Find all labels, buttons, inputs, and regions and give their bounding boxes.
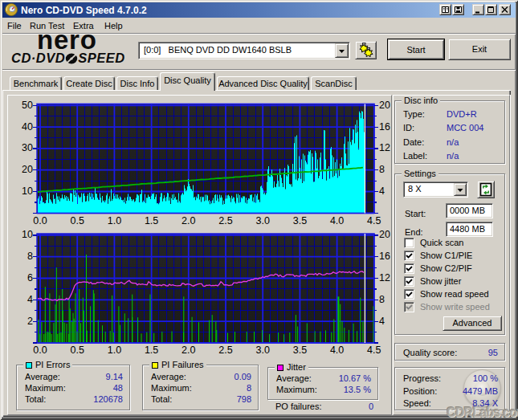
svg-text:2.0: 2.0 — [182, 345, 195, 356]
svg-text:50: 50 — [22, 100, 33, 111]
svg-text:2: 2 — [27, 316, 33, 327]
svg-text:20: 20 — [379, 229, 390, 240]
svg-text:0.5: 0.5 — [71, 215, 84, 226]
svg-text:12: 12 — [379, 272, 390, 283]
svg-text:2.0: 2.0 — [182, 215, 195, 226]
svg-text:4.0: 4.0 — [330, 345, 344, 356]
svg-text:16: 16 — [379, 251, 390, 262]
svg-text:4: 4 — [27, 294, 33, 305]
svg-text:0.0: 0.0 — [33, 215, 47, 226]
svg-text:10: 10 — [22, 186, 33, 197]
svg-text:40: 40 — [22, 121, 33, 133]
svg-text:1.5: 1.5 — [145, 345, 158, 356]
svg-text:1.0: 1.0 — [108, 345, 121, 356]
svg-text:4.5: 4.5 — [367, 345, 381, 356]
svg-text:0.0: 0.0 — [33, 345, 47, 356]
svg-text:4.5: 4.5 — [367, 215, 381, 226]
svg-text:3.5: 3.5 — [293, 215, 307, 226]
svg-text:8: 8 — [379, 294, 385, 305]
svg-text:20: 20 — [22, 164, 33, 175]
svg-text:2.5: 2.5 — [218, 215, 232, 226]
svg-text:4: 4 — [379, 316, 385, 327]
svg-text:30: 30 — [22, 142, 33, 153]
svg-text:6: 6 — [27, 272, 33, 283]
svg-text:2.5: 2.5 — [218, 345, 232, 356]
svg-text:8: 8 — [27, 251, 33, 262]
svg-text:12: 12 — [379, 142, 390, 153]
svg-text:1.0: 1.0 — [108, 215, 121, 226]
svg-text:3.0: 3.0 — [256, 345, 270, 356]
svg-text:1.5: 1.5 — [145, 215, 158, 226]
svg-text:4.0: 4.0 — [330, 215, 344, 226]
svg-text:20: 20 — [379, 100, 390, 111]
svg-text:4: 4 — [379, 186, 385, 197]
svg-text:3.0: 3.0 — [256, 215, 270, 226]
svg-text:0.5: 0.5 — [71, 345, 84, 356]
svg-text:8: 8 — [379, 164, 385, 175]
svg-text:16: 16 — [379, 121, 390, 133]
svg-text:3.5: 3.5 — [293, 345, 307, 356]
svg-text:10: 10 — [22, 229, 33, 240]
